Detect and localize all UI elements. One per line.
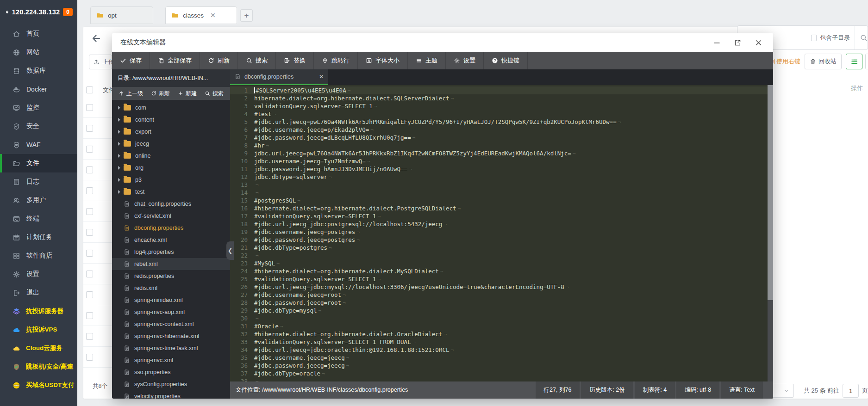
- tree-folder[interactable]: jeecg: [112, 138, 230, 150]
- scrollbar-thumb[interactable]: [768, 85, 773, 300]
- tree-toolbar-up-button[interactable]: 上一级: [119, 90, 143, 98]
- grid-view-button[interactable]: [865, 54, 868, 69]
- row-checkbox[interactable]: [86, 146, 93, 153]
- tree-file[interactable]: sso.properties: [112, 366, 230, 378]
- toolbar-fontsize-button[interactable]: 字体大小: [358, 52, 408, 69]
- row-checkbox[interactable]: [86, 166, 93, 173]
- tree-file[interactable]: cxf-servlet.xml: [112, 210, 230, 222]
- tree-folder[interactable]: content: [112, 114, 230, 126]
- tree-folder[interactable]: export: [112, 126, 230, 138]
- tree-file[interactable]: redis.properties: [112, 270, 230, 282]
- sidebar-item-log-file[interactable]: 日志: [0, 172, 77, 191]
- sidebar-item-folder-nav[interactable]: 文件: [0, 154, 77, 172]
- tree-file[interactable]: spring-mvc.xml: [112, 354, 230, 366]
- tree-folder[interactable]: com: [112, 102, 230, 114]
- caret-icon[interactable]: [118, 118, 120, 122]
- sidebar-item-terminal[interactable]: 终端: [0, 209, 77, 228]
- sidebar-item-monitor[interactable]: 监控: [0, 98, 77, 117]
- page-number-input[interactable]: 1: [843, 384, 859, 398]
- caret-icon[interactable]: [118, 142, 120, 146]
- tree-toolbar-search-button[interactable]: 搜索: [205, 90, 224, 98]
- sidebar-item-app-store[interactable]: 软件商店: [0, 246, 77, 265]
- close-icon[interactable]: [754, 38, 763, 47]
- tree-folder[interactable]: test: [112, 186, 230, 198]
- row-checkbox[interactable]: [86, 312, 93, 319]
- sidebar-item-docker[interactable]: Docker: [0, 80, 77, 98]
- sidebar-promo-layers[interactable]: 抗投诉服务器: [0, 302, 77, 320]
- tree-file[interactable]: dbconfig.properties: [112, 222, 230, 234]
- row-checkbox[interactable]: [86, 208, 93, 215]
- tree-file[interactable]: redis.xml: [112, 282, 230, 294]
- caret-icon[interactable]: [118, 166, 120, 170]
- sidebar-item-globe[interactable]: 网站: [0, 43, 77, 62]
- back-button[interactable]: [91, 33, 102, 44]
- tab-classes[interactable]: classes ✕: [165, 6, 237, 24]
- tree-file[interactable]: spring-minidao.xml: [112, 294, 230, 306]
- toolbar-help-button[interactable]: 快捷键: [484, 52, 528, 69]
- notification-badge[interactable]: 0: [63, 8, 73, 16]
- sidebar-item-waf-shield[interactable]: WAF: [0, 135, 77, 154]
- caret-icon[interactable]: [118, 130, 120, 134]
- toolbar-search-button[interactable]: 搜索: [238, 52, 276, 69]
- caret-icon[interactable]: [118, 190, 120, 194]
- tree-file[interactable]: sysConfig.properties: [112, 378, 230, 390]
- sidebar-promo-shield-brown[interactable]: 跳板机/安全/高速: [0, 357, 77, 376]
- sidebar-item-calendar[interactable]: 计划任务: [0, 228, 77, 246]
- include-subdirs-checkbox[interactable]: [811, 35, 817, 41]
- row-checkbox[interactable]: [86, 271, 93, 277]
- tree-file[interactable]: spring-mvc-context.xml: [112, 318, 230, 330]
- row-checkbox[interactable]: [86, 291, 93, 298]
- sidebar-promo-cloud-yellow[interactable]: Cloud云服务: [0, 339, 77, 357]
- sidebar-item-shield-check[interactable]: 安全: [0, 117, 77, 135]
- list-view-button[interactable]: [846, 54, 862, 69]
- toolbar-refresh-button[interactable]: 刷新: [200, 52, 238, 69]
- sidebar-item-home[interactable]: 首页: [0, 25, 77, 43]
- row-checkbox[interactable]: [86, 333, 93, 340]
- maximize-icon[interactable]: [733, 38, 742, 47]
- row-checkbox[interactable]: [86, 187, 93, 194]
- tree-file[interactable]: chat_config.properties: [112, 198, 230, 210]
- new-tab-button[interactable]: +: [240, 9, 253, 22]
- sidebar-promo-www-globe[interactable]: 买域名USDT支付: [0, 376, 77, 394]
- code-area[interactable]: 1#SQLServer2005\u4EE5\u4E0A2hibernate.di…: [230, 85, 773, 381]
- editor-tab-close-icon[interactable]: ✕: [319, 74, 324, 80]
- recycle-bin-button[interactable]: 回收站: [805, 54, 842, 69]
- tree-file[interactable]: spring-mvc-aop.xml: [112, 306, 230, 318]
- tab-close-icon[interactable]: ✕: [210, 12, 216, 19]
- editor-scrollbar[interactable]: [768, 85, 773, 381]
- row-checkbox[interactable]: [86, 354, 93, 361]
- tree-toolbar-plus-button[interactable]: 新建: [178, 90, 197, 98]
- sidebar-promo-cloud-blue[interactable]: 抗投诉VPS: [0, 320, 77, 339]
- tree-file[interactable]: ehcache.xml: [112, 234, 230, 246]
- select-all-checkbox[interactable]: [86, 86, 93, 93]
- tree-folder[interactable]: p3: [112, 174, 230, 186]
- row-checkbox[interactable]: [86, 229, 93, 236]
- tree-file[interactable]: rebel.xml: [112, 258, 230, 270]
- caret-icon[interactable]: [118, 178, 120, 182]
- tree-file[interactable]: velocity.properties: [112, 390, 230, 399]
- toolbar-goto-button[interactable]: 跳转行: [314, 52, 358, 69]
- minimize-icon[interactable]: [712, 38, 721, 47]
- tab-opt[interactable]: opt: [90, 6, 153, 24]
- row-checkbox[interactable]: [86, 104, 93, 111]
- row-checkbox[interactable]: [86, 125, 93, 132]
- tree-file[interactable]: spring-mvc-timeTask.xml: [112, 342, 230, 354]
- tree-folder[interactable]: online: [112, 150, 230, 162]
- caret-icon[interactable]: [118, 154, 120, 158]
- toolbar-gear-button[interactable]: 设置: [446, 52, 484, 69]
- editor-tab-dbconfig[interactable]: dbconfig.properties ✕: [230, 69, 328, 85]
- sidebar-item-logout[interactable]: 退出: [0, 283, 77, 302]
- toolbar-copy-button[interactable]: 全部保存: [150, 52, 200, 69]
- toolbar-check-button[interactable]: 保存: [112, 52, 150, 69]
- toolbar-replace-button[interactable]: 替换: [276, 52, 314, 69]
- sidebar-item-gear[interactable]: 设置: [0, 265, 77, 283]
- search-icon[interactable]: [860, 34, 868, 42]
- tree-file[interactable]: spring-mvc-hibernate.xml: [112, 330, 230, 342]
- tree-collapse-handle[interactable]: ❮: [226, 241, 234, 260]
- tree-toolbar-refresh-button[interactable]: 刷新: [151, 90, 170, 98]
- caret-icon[interactable]: [118, 106, 120, 110]
- tree-file[interactable]: log4j.properties: [112, 246, 230, 258]
- toolbar-theme-button[interactable]: 主题: [408, 52, 446, 69]
- sidebar-item-users[interactable]: 多用户: [0, 191, 77, 209]
- tree-folder[interactable]: org: [112, 162, 230, 174]
